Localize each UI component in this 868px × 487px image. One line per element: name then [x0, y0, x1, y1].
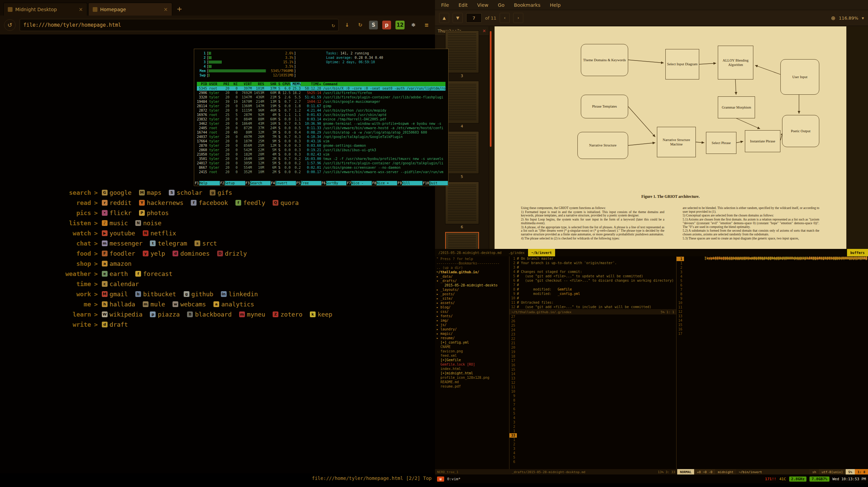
tree-item[interactable]: ~/thallada.github.io/: [436, 270, 508, 274]
link-myneu[interactable]: mmyneu: [239, 311, 265, 318]
buffer-tab[interactable]: /2015-05-28-midnight-desktop.md: [435, 249, 505, 256]
tree-item[interactable]: CNAME: [436, 345, 508, 349]
link-gifs[interactable]: ggifs: [210, 189, 232, 196]
tree-item[interactable]: ▸ img/: [436, 318, 508, 323]
link-reddit[interactable]: rreddit: [102, 199, 132, 206]
fkey-f7[interactable]: F7Nice -: [346, 181, 372, 185]
tree-item[interactable]: 2015-05-28-midnight-deskto: [436, 283, 508, 287]
link-gmail[interactable]: Mgmail: [102, 291, 128, 298]
link-telegram[interactable]: ttelegram: [150, 240, 187, 247]
git-status-pane[interactable]: 1# On branch master2# Your branch is up-…: [509, 256, 676, 309]
tree-item[interactable]: .. (up a dir): [436, 265, 508, 270]
page-number-input[interactable]: 7: [466, 13, 482, 23]
new-tab-button[interactable]: +: [177, 5, 182, 13]
tree-item[interactable]: index.html: [436, 367, 508, 371]
download-icon[interactable]: ↓: [343, 21, 351, 29]
tab-close-icon[interactable]: ×: [163, 6, 168, 13]
link-forecast[interactable]: fforecast: [135, 270, 173, 277]
tree-item[interactable]: [+]midnight.html: [436, 371, 508, 375]
page-up-button[interactable]: ▲: [439, 13, 449, 23]
thumbnail-page-7[interactable]: [445, 232, 479, 249]
page-down-button[interactable]: ▼: [453, 13, 463, 23]
link-google[interactable]: Ggoogle: [102, 189, 132, 196]
tree-item[interactable]: ▸ _layouts/: [436, 287, 508, 292]
tree-item[interactable]: -----------Bookmarks-----------: [436, 261, 508, 265]
link-analytics[interactable]: aanalytics: [213, 301, 254, 308]
fkey-f8[interactable]: F8Nice +: [372, 181, 397, 185]
link-drizly[interactable]: Ddrizly: [217, 250, 247, 257]
menu-bookmarks[interactable]: Bookmarks: [514, 2, 540, 8]
link-yelp[interactable]: yyelp: [143, 250, 165, 257]
adblock-icon[interactable]: 12: [395, 21, 405, 29]
link-webcams[interactable]: wwebcams: [173, 301, 206, 308]
history-back-button[interactable]: ‹: [500, 13, 510, 23]
link-srct[interactable]: ssrct: [195, 240, 217, 247]
htop-column-headers[interactable]: PID USER PRI NI VIRT RES SHR S CPU% MEM%…: [197, 82, 446, 86]
thumbnail-page-3[interactable]: [445, 30, 479, 73]
fkey-f5[interactable]: F5Tree: [296, 181, 321, 185]
link-feedly[interactable]: ffeedly: [235, 199, 265, 206]
tree-item[interactable]: [+]Gemfile: [436, 358, 508, 362]
link-zotero[interactable]: Zzotero: [273, 311, 302, 318]
tree-item[interactable]: " Press ? for help: [436, 257, 508, 261]
tree-item[interactable]: Gemfile.lock [RO]: [436, 362, 508, 367]
link-amazon[interactable]: aamazon: [102, 260, 132, 267]
link-earth[interactable]: eearth: [102, 270, 128, 277]
noscript-icon[interactable]: S: [369, 21, 378, 29]
tree-item[interactable]: [+]_config.yml: [436, 340, 508, 345]
link-hallada[interactable]: hhallada: [102, 301, 135, 308]
link-blackboard[interactable]: Bblackboard: [187, 311, 231, 318]
link-photos[interactable]: Pphotos: [139, 209, 169, 216]
tree-item[interactable]: ▸ css/: [436, 309, 508, 314]
nerdtree-pane[interactable]: " Press ? for help-----------Bookmarks--…: [435, 256, 509, 469]
tree-item[interactable]: ▸ _data/: [436, 274, 508, 279]
reload-icon[interactable]: ↻: [332, 22, 335, 28]
fkey-f6[interactable]: F6SortBy: [321, 181, 347, 185]
menu-icon[interactable]: ≡: [422, 21, 431, 29]
url-bar[interactable]: file:///home/tyler/homepage.html ↻: [20, 19, 339, 31]
tree-item[interactable]: profile_icon_128x128.png: [436, 375, 508, 380]
tree-item[interactable]: favicon.png: [436, 349, 508, 353]
link-mule[interactable]: mmule: [143, 301, 165, 308]
link-bitbucket[interactable]: bbitbucket: [135, 291, 176, 298]
tree-item[interactable]: ▸ _posts/: [436, 292, 508, 296]
history-icon[interactable]: ↻: [356, 21, 365, 29]
link-wikipedia[interactable]: Wwikipedia: [102, 311, 143, 318]
tree-item[interactable]: ▸ _site/: [436, 296, 508, 301]
tree-item[interactable]: feed.xml: [436, 353, 508, 358]
link-foodler[interactable]: Ffoodler: [102, 250, 135, 257]
link-draft[interactable]: ddraft: [102, 321, 128, 328]
tree-item[interactable]: README.md: [436, 380, 508, 384]
thumbnail-page-4[interactable]: [445, 81, 479, 123]
fkey-f9[interactable]: F9Kill: [397, 181, 422, 185]
pepper-icon[interactable]: p: [382, 21, 391, 29]
link-facebook[interactable]: ffacebook: [191, 199, 228, 206]
link-scholar[interactable]: Sscholar: [169, 189, 202, 196]
tree-item[interactable]: ▸ laundry/: [436, 327, 508, 331]
link-piazza[interactable]: ppiazza: [150, 311, 180, 318]
fkey-f4[interactable]: F4Invert: [271, 181, 296, 185]
tab-midnight-desktop[interactable]: Midnight Desktop ×: [3, 3, 87, 16]
tree-item[interactable]: ▸ resume/: [436, 336, 508, 340]
link-keep[interactable]: kkeep: [310, 311, 332, 318]
zoom-caret-icon[interactable]: ▾: [862, 16, 864, 21]
zotero-icon[interactable]: ❄: [409, 21, 418, 29]
thumbnail-page-5[interactable]: [445, 131, 479, 174]
thumbnail-page-6[interactable]: [445, 182, 479, 224]
link-github[interactable]: ggithub: [184, 291, 213, 298]
tmux-window-list[interactable]: 0:vim*: [447, 477, 461, 481]
link-youtube[interactable]: ▶youtube: [102, 230, 135, 237]
link-noise[interactable]: Nnoise: [135, 219, 161, 227]
tree-item[interactable]: ▸ assets/: [436, 301, 508, 305]
buffer-tab[interactable]: .g/index: [505, 249, 528, 256]
link-calendar[interactable]: ccalendar: [102, 280, 139, 287]
tree-item[interactable]: ▸ magic/: [436, 331, 508, 336]
tree-item[interactable]: ▸ js/: [436, 323, 508, 327]
menu-help[interactable]: Help: [550, 2, 561, 8]
menu-edit[interactable]: Edit: [458, 2, 467, 8]
script-pane[interactable]: 1#!/bin/bash1inverted=$(xcalib -a -p | h…: [677, 256, 868, 469]
link-linkedin[interactable]: inlinkedin: [221, 291, 258, 298]
menu-file[interactable]: File: [441, 2, 449, 8]
fit-page-icon[interactable]: ⊕: [831, 15, 835, 21]
fkey-f2[interactable]: F2Setup: [220, 181, 245, 185]
